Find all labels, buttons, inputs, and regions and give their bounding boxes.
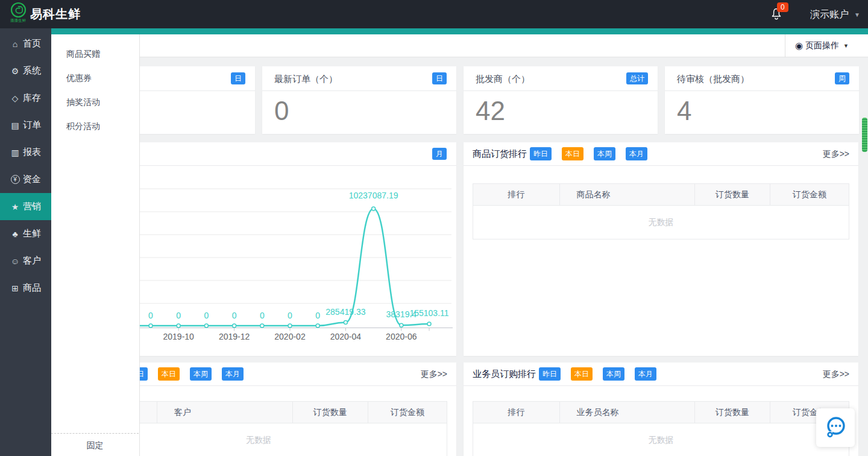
- submenu-item-lottery[interactable]: 抽奖活动: [51, 90, 139, 114]
- notification-count-badge: 0: [777, 2, 788, 12]
- sidebar-item-funds[interactable]: ¥资金: [0, 166, 51, 193]
- gear-icon: ⚙: [10, 66, 20, 76]
- report-icon: ▥: [10, 148, 20, 157]
- submenu-item-gift[interactable]: 商品买赠: [51, 42, 139, 66]
- col-rank: 排行: [473, 184, 560, 206]
- tab-today[interactable]: 本日: [571, 367, 593, 381]
- scrollbar-thumb[interactable]: [862, 118, 867, 152]
- chat-button[interactable]: [816, 408, 855, 447]
- page-actions-dropdown[interactable]: ◉页面操作▼: [785, 34, 868, 57]
- account-menu[interactable]: 演示账户▼: [810, 0, 860, 28]
- sidebar-nav: ⌂首页 ⚙系统 ◇库存 ▤订单 ▥报表 ¥资金 ★营销 ♣生鲜 ☺客户 ⊞商品: [0, 28, 51, 456]
- document-icon: ▤: [10, 121, 20, 130]
- sidebar-item-label: 生鲜: [23, 228, 41, 239]
- col-customer-name: 客户: [157, 402, 292, 423]
- col-order-qty: 订货数量: [695, 184, 770, 206]
- table-row: 无数据: [473, 206, 849, 239]
- svg-text:0: 0: [176, 311, 181, 320]
- sidebar-item-fresh[interactable]: ♣生鲜: [0, 220, 51, 247]
- period-badge[interactable]: 月: [432, 148, 447, 160]
- panel-title: 商品订货排行: [473, 148, 527, 160]
- stat-title: 待审核（批发商）: [677, 66, 749, 91]
- box-icon: ◇: [10, 93, 20, 103]
- period-badge[interactable]: 日: [231, 72, 245, 84]
- svg-text:285419.33: 285419.33: [326, 307, 365, 317]
- tab-this-month[interactable]: 本月: [222, 367, 244, 381]
- period-tabs: 昨日 本日 本周 本月: [530, 147, 647, 160]
- period-tabs: 昨日 本日 本周 本月: [126, 367, 244, 381]
- tab-this-month[interactable]: 本月: [626, 147, 647, 160]
- star-icon: ★: [10, 202, 20, 212]
- sidebar-item-reports[interactable]: ▥报表: [0, 139, 51, 166]
- sidebar-item-goods[interactable]: ⊞商品: [0, 274, 51, 302]
- svg-text:0: 0: [204, 311, 209, 320]
- tab-this-month[interactable]: 本月: [635, 367, 656, 381]
- sidebar-item-label: 客户: [23, 255, 41, 267]
- sidebar-item-marketing[interactable]: ★营销: [0, 193, 51, 220]
- page-actions-label: 页面操作: [805, 40, 839, 50]
- tab-this-week[interactable]: 本周: [594, 147, 615, 160]
- logo-caption: 播播生鲜: [7, 18, 30, 22]
- sidebar-item-home[interactable]: ⌂首页: [0, 30, 51, 57]
- svg-text:0: 0: [260, 311, 265, 320]
- col-order-amount: 订货金额: [368, 402, 447, 423]
- sidebar-item-label: 营销: [23, 201, 41, 212]
- empty-data-text: 无数据: [473, 206, 849, 239]
- sidebar-item-label: 库存: [23, 92, 41, 104]
- sidebar-item-orders[interactable]: ▤订单: [0, 112, 51, 139]
- sidebar-item-label: 报表: [23, 147, 41, 158]
- col-rank: 排行: [473, 402, 560, 423]
- period-badge[interactable]: 日: [432, 72, 447, 84]
- svg-text:2020-06: 2020-06: [386, 332, 417, 341]
- sidebar-item-label: 系统: [23, 65, 41, 77]
- accent-bar: [51, 28, 868, 34]
- more-link[interactable]: 更多>>: [823, 363, 849, 386]
- stat-card-latest-orders: 最新订单（个） 日 0: [262, 66, 456, 134]
- more-link[interactable]: 更多>>: [823, 142, 849, 166]
- submenu-item-points[interactable]: 积分活动: [51, 114, 139, 138]
- sidebar-item-label: 订单: [23, 119, 41, 131]
- table-row: 无数据: [473, 423, 849, 456]
- submenu-pin-button[interactable]: 固定: [51, 433, 139, 456]
- notification-bell[interactable]: 0: [769, 7, 793, 25]
- tab-this-week[interactable]: 本周: [603, 367, 624, 381]
- sidebar-item-customers[interactable]: ☺客户: [0, 247, 51, 274]
- stat-value: 4: [665, 91, 859, 126]
- stat-title: 最新订单（个）: [274, 66, 338, 91]
- salesman-ranking-table: 排行 业务员名称 订货数量 订货金额 无数据: [473, 401, 849, 456]
- submenu-item-coupon[interactable]: 优惠券: [51, 66, 139, 90]
- user-icon: ☺: [10, 256, 20, 266]
- stat-value: 42: [464, 91, 658, 126]
- col-order-qty: 订货数量: [292, 402, 368, 423]
- svg-text:2020-04: 2020-04: [330, 332, 362, 341]
- svg-text:2020-02: 2020-02: [274, 332, 306, 341]
- col-product-name: 商品名称: [559, 184, 695, 206]
- product-ranking-table: 排行 商品名称 订货数量 订货金额 无数据: [473, 183, 849, 239]
- tab-this-week[interactable]: 本周: [190, 367, 212, 381]
- app-title: 易科生鲜: [30, 0, 81, 28]
- tab-today[interactable]: 本日: [158, 367, 180, 381]
- chevron-down-icon: ▼: [854, 11, 860, 18]
- page-toolbar: ◉页面操作▼: [51, 34, 868, 57]
- home-icon: ⌂: [10, 39, 20, 49]
- col-salesman-name: 业务员名称: [559, 402, 695, 423]
- svg-text:2019-12: 2019-12: [219, 332, 250, 341]
- tab-yesterday[interactable]: 昨日: [539, 367, 561, 381]
- stat-card-wholesalers: 批发商（个） 总计 42: [464, 66, 658, 134]
- chevron-down-icon: ▼: [843, 43, 849, 49]
- svg-text:0: 0: [288, 311, 292, 320]
- tab-today[interactable]: 本日: [562, 147, 583, 160]
- stat-card-pending-review: 待审核（批发商） 周 4: [665, 66, 859, 134]
- more-link[interactable]: 更多>>: [421, 363, 447, 386]
- period-badge[interactable]: 周: [835, 72, 849, 84]
- sidebar-item-label: 首页: [23, 38, 41, 49]
- tab-yesterday[interactable]: 昨日: [530, 147, 552, 160]
- period-badge[interactable]: 总计: [626, 72, 648, 84]
- svg-text:10237087.19: 10237087.19: [349, 191, 398, 200]
- sidebar-item-inventory[interactable]: ◇库存: [0, 84, 51, 112]
- account-name: 演示账户: [810, 9, 849, 19]
- stat-value: 0: [262, 91, 456, 126]
- grid-icon: ⊞: [10, 283, 20, 293]
- col-order-qty: 订货数量: [695, 402, 770, 423]
- sidebar-item-system[interactable]: ⚙系统: [0, 57, 51, 84]
